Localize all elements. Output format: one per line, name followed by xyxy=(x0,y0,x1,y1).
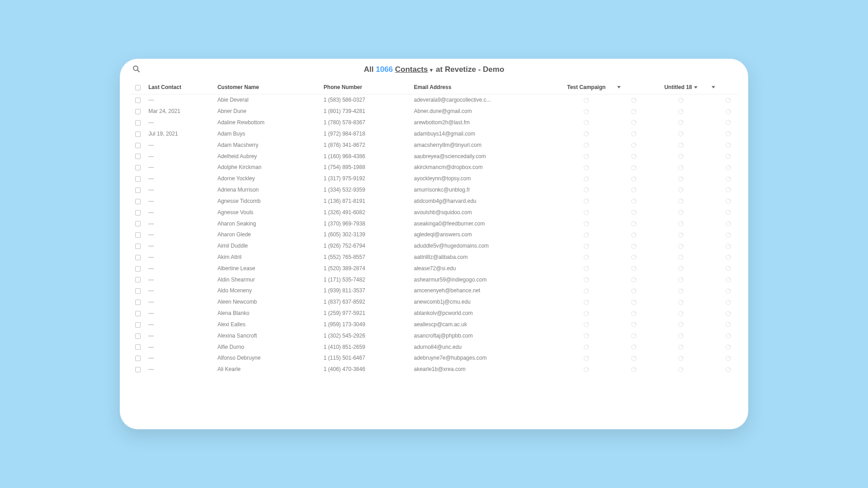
table-row[interactable]: —Aleen Newcomb1 (837) 637-8592anewcomb1j… xyxy=(130,296,738,308)
table-row[interactable]: —Adriena Murrison1 (334) 532-9359amurris… xyxy=(130,184,738,196)
row-checkbox[interactable] xyxy=(135,322,141,328)
campaign-status-icon[interactable] xyxy=(725,142,731,148)
table-row[interactable]: —Akim Attril1 (552) 765-8557aattril8z@al… xyxy=(130,252,738,263)
campaign-status-icon[interactable] xyxy=(678,198,684,204)
row-checkbox[interactable] xyxy=(135,165,141,170)
campaign-status-icon[interactable] xyxy=(725,299,731,305)
campaign-status-icon[interactable] xyxy=(678,221,684,227)
row-checkbox[interactable] xyxy=(135,255,141,260)
campaign-status-icon[interactable] xyxy=(583,254,590,260)
campaign-status-icon[interactable] xyxy=(583,164,590,171)
campaign-status-icon[interactable] xyxy=(631,288,637,294)
campaign-status-icon[interactable] xyxy=(631,232,637,238)
campaign-status-icon[interactable] xyxy=(583,265,590,272)
campaign-status-icon[interactable] xyxy=(725,153,731,160)
campaign-status-icon[interactable] xyxy=(678,265,684,272)
row-checkbox[interactable] xyxy=(135,154,141,159)
table-row[interactable]: —Abie Deveral1 (583) 586-0327adeverala9@… xyxy=(130,94,738,106)
campaign-status-icon[interactable] xyxy=(725,254,731,260)
row-checkbox[interactable] xyxy=(135,210,141,216)
campaign-status-icon[interactable] xyxy=(583,277,590,283)
campaign-status-icon[interactable] xyxy=(725,344,731,350)
campaign-status-icon[interactable] xyxy=(583,344,590,350)
table-row[interactable]: —Alexina Sancroft1 (302) 545-2926asancro… xyxy=(130,330,738,341)
row-checkbox[interactable] xyxy=(135,176,141,182)
campaign-status-icon[interactable] xyxy=(631,310,637,317)
campaign-status-icon[interactable] xyxy=(678,142,684,148)
campaign-status-icon[interactable] xyxy=(725,97,731,103)
campaign-status-icon[interactable] xyxy=(631,153,637,160)
row-checkbox[interactable] xyxy=(135,98,141,103)
campaign-status-icon[interactable] xyxy=(631,221,637,227)
campaign-status-icon[interactable] xyxy=(678,164,684,171)
chevron-down-icon[interactable] xyxy=(617,86,621,89)
campaign-status-icon[interactable] xyxy=(678,344,684,350)
table-row[interactable]: —Albertine Lease1 (520) 389-2874alease72… xyxy=(130,263,738,274)
campaign-status-icon[interactable] xyxy=(678,108,684,115)
campaign-status-icon[interactable] xyxy=(725,187,731,193)
row-checkbox[interactable] xyxy=(135,131,141,137)
campaign-status-icon[interactable] xyxy=(583,299,590,305)
campaign-status-icon[interactable] xyxy=(678,209,684,216)
campaign-status-icon[interactable] xyxy=(583,288,590,294)
campaign-status-icon[interactable] xyxy=(725,164,731,171)
campaign-status-icon[interactable] xyxy=(631,344,637,350)
row-checkbox[interactable] xyxy=(135,288,141,294)
search-icon[interactable] xyxy=(132,65,140,74)
row-checkbox[interactable] xyxy=(135,344,141,350)
campaign-status-icon[interactable] xyxy=(725,221,731,227)
campaign-status-icon[interactable] xyxy=(725,232,731,238)
campaign-status-icon[interactable] xyxy=(631,187,637,193)
table-row[interactable]: —Aimil Duddle1 (926) 752-6794aduddle5v@h… xyxy=(130,240,738,252)
row-checkbox[interactable] xyxy=(135,143,141,148)
select-all-checkbox[interactable] xyxy=(135,85,141,90)
campaign-status-icon[interactable] xyxy=(678,333,684,339)
table-row[interactable]: —Alfie Durno1 (410) 851-2659adurno84@unc… xyxy=(130,341,738,352)
row-checkbox[interactable] xyxy=(135,199,141,204)
header-customer-name[interactable]: Customer Name xyxy=(215,80,321,94)
campaign-status-icon[interactable] xyxy=(631,108,637,115)
campaign-status-icon[interactable] xyxy=(678,366,684,373)
campaign-status-icon[interactable] xyxy=(631,198,637,204)
table-row[interactable]: —Alfonso Debruyne1 (115) 501-6467adebruy… xyxy=(130,352,738,364)
campaign-status-icon[interactable] xyxy=(631,142,637,148)
campaign-status-icon[interactable] xyxy=(678,310,684,317)
row-checkbox[interactable] xyxy=(135,109,141,114)
campaign-status-icon[interactable] xyxy=(678,288,684,294)
campaign-status-icon[interactable] xyxy=(678,254,684,260)
campaign-status-icon[interactable] xyxy=(725,209,731,216)
campaign-status-icon[interactable] xyxy=(725,277,731,283)
campaign-status-icon[interactable] xyxy=(725,131,731,137)
table-row[interactable]: —Alexi Ealles1 (959) 173-3049aeallescp@c… xyxy=(130,319,738,330)
campaign-status-icon[interactable] xyxy=(583,198,590,204)
campaign-status-icon[interactable] xyxy=(583,131,590,137)
campaign-status-icon[interactable] xyxy=(631,176,637,182)
table-row[interactable]: —Adolphe Kirckman1 (754) 895-1988akirckm… xyxy=(130,162,738,173)
campaign-status-icon[interactable] xyxy=(631,299,637,305)
campaign-status-icon[interactable] xyxy=(583,119,590,126)
campaign-status-icon[interactable] xyxy=(678,97,684,103)
row-checkbox[interactable] xyxy=(135,232,141,238)
campaign-status-icon[interactable] xyxy=(631,366,637,373)
campaign-status-icon[interactable] xyxy=(631,243,637,249)
campaign-status-icon[interactable] xyxy=(583,243,590,249)
table-row[interactable]: —Aldin Shearmur1 (171) 535-7482ashearmur… xyxy=(130,274,738,285)
campaign-status-icon[interactable] xyxy=(725,176,731,182)
row-checkbox[interactable] xyxy=(135,333,141,339)
campaign-status-icon[interactable] xyxy=(583,176,590,182)
campaign-status-icon[interactable] xyxy=(631,97,637,103)
campaign-status-icon[interactable] xyxy=(583,366,590,373)
campaign-status-icon[interactable] xyxy=(678,232,684,238)
header-test-campaign[interactable]: Test Campaign xyxy=(549,80,623,94)
campaign-status-icon[interactable] xyxy=(678,299,684,305)
campaign-status-icon[interactable] xyxy=(631,131,637,137)
table-row[interactable]: —Aharon Glede1 (605) 302-3139agledeql@an… xyxy=(130,229,738,240)
campaign-status-icon[interactable] xyxy=(583,97,590,103)
header-email-address[interactable]: Email Address xyxy=(411,80,549,94)
campaign-status-icon[interactable] xyxy=(631,209,637,216)
campaign-status-icon[interactable] xyxy=(725,108,731,115)
row-checkbox[interactable] xyxy=(135,356,141,361)
table-row[interactable]: —Adorne Yockley1 (317) 975-9192ayockleyn… xyxy=(130,173,738,184)
campaign-status-icon[interactable] xyxy=(725,243,731,249)
campaign-status-icon[interactable] xyxy=(583,142,590,148)
